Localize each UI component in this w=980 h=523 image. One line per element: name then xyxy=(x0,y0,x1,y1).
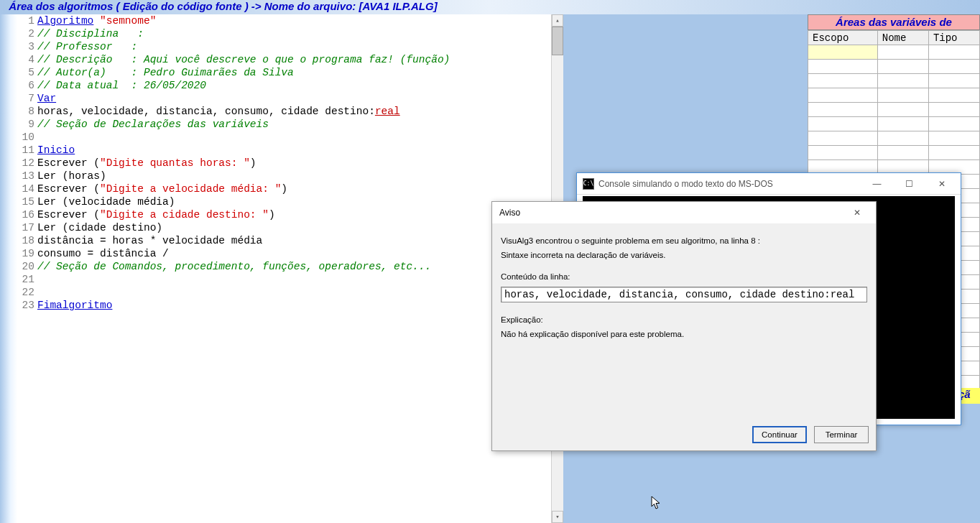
table-row[interactable] xyxy=(808,131,980,146)
table-cell[interactable] xyxy=(928,45,979,60)
code-text[interactable]: // Seção de Comandos, procedimento, funç… xyxy=(37,260,431,273)
code-line[interactable]: 19consumo = distância / xyxy=(0,247,563,260)
editor-title-bar: Área dos algoritmos ( Edição do código f… xyxy=(0,0,980,14)
code-line[interactable]: 10 xyxy=(0,131,563,144)
aviso-close-button[interactable]: ✕ xyxy=(841,203,873,223)
line-number: 18 xyxy=(0,234,37,247)
table-cell[interactable] xyxy=(928,146,979,160)
code-text[interactable]: horas, velocidade, distancia, consumo, c… xyxy=(37,105,400,118)
code-text[interactable]: Escrever ("Digite a velocidade média: ") xyxy=(37,182,287,195)
variables-panel-title: Áreas das variáveis de xyxy=(808,14,980,30)
code-text[interactable]: // Seção de Declarações das variáveis xyxy=(37,118,269,131)
code-text[interactable]: Var xyxy=(37,92,56,105)
code-text[interactable]: // Data atual : 26/05/2020 xyxy=(37,79,206,92)
table-cell[interactable] xyxy=(808,74,878,88)
line-number: 8 xyxy=(0,105,37,118)
table-cell[interactable] xyxy=(877,74,928,88)
mouse-cursor-icon xyxy=(651,496,661,510)
table-cell[interactable] xyxy=(877,117,928,131)
table-cell[interactable] xyxy=(877,60,928,74)
table-cell[interactable] xyxy=(877,131,928,146)
table-cell[interactable] xyxy=(808,117,878,131)
table-cell[interactable] xyxy=(928,88,979,103)
table-cell[interactable] xyxy=(877,103,928,117)
code-line[interactable]: 1Algoritmo "semnome" xyxy=(0,14,563,27)
code-text[interactable]: Algoritmo "semnome" xyxy=(37,14,156,27)
line-number: 15 xyxy=(0,195,37,208)
aviso-explicacao-label: Explicação: xyxy=(501,315,867,324)
code-text[interactable]: Ler (horas) xyxy=(37,170,106,182)
code-line[interactable]: 22 xyxy=(0,286,563,299)
scroll-down-button[interactable]: ▾ xyxy=(552,511,563,523)
code-text[interactable]: Ler (cidade destino) xyxy=(37,221,162,234)
code-line[interactable]: 15Ler (velocidade média) xyxy=(0,195,563,208)
line-number: 17 xyxy=(0,221,37,234)
console-icon: C:\ xyxy=(583,178,594,190)
code-line[interactable]: 6// Data atual : 26/05/2020 xyxy=(0,79,563,92)
line-number: 1 xyxy=(0,14,37,27)
table-cell[interactable] xyxy=(877,146,928,160)
maximize-button[interactable]: ☐ xyxy=(893,174,925,194)
code-line[interactable]: 21 xyxy=(0,273,563,286)
code-editor-panel[interactable]: 1Algoritmo "semnome"2// Disciplina :3// … xyxy=(0,14,563,523)
code-text[interactable]: // Descrição : Aqui você descreve o que … xyxy=(37,53,450,66)
code-text[interactable]: // Professor : xyxy=(37,40,137,53)
code-text[interactable]: Escrever ("Digite quantas horas: ") xyxy=(37,157,256,170)
code-line[interactable]: 11Inicio xyxy=(0,144,563,157)
table-cell[interactable] xyxy=(808,45,878,60)
code-line[interactable]: 23Fimalgoritmo xyxy=(0,299,563,312)
table-cell[interactable] xyxy=(877,88,928,103)
minimize-button[interactable]: — xyxy=(861,174,893,194)
table-row[interactable] xyxy=(808,45,980,60)
code-line[interactable]: 14Escrever ("Digite a velocidade média: … xyxy=(0,182,563,195)
code-line[interactable]: 12Escrever ("Digite quantas horas: ") xyxy=(0,157,563,170)
table-cell[interactable] xyxy=(808,146,878,160)
table-cell[interactable] xyxy=(928,60,979,74)
line-number: 19 xyxy=(0,247,37,260)
code-line[interactable]: 13Ler (horas) xyxy=(0,170,563,182)
close-button[interactable]: ✕ xyxy=(925,174,958,194)
table-cell[interactable] xyxy=(928,131,979,146)
table-row[interactable] xyxy=(808,74,980,88)
table-cell[interactable] xyxy=(928,103,979,117)
table-cell[interactable] xyxy=(928,117,979,131)
col-nome[interactable]: Nome xyxy=(877,31,928,45)
table-row[interactable] xyxy=(808,103,980,117)
code-line[interactable]: 9// Seção de Declarações das variáveis xyxy=(0,118,563,131)
table-row[interactable] xyxy=(808,146,980,160)
continue-button[interactable]: Continuar xyxy=(752,426,807,443)
table-row[interactable] xyxy=(808,88,980,103)
col-escopo[interactable]: Escopo xyxy=(808,31,878,45)
code-line[interactable]: 17Ler (cidade destino) xyxy=(0,221,563,234)
table-cell[interactable] xyxy=(928,74,979,88)
col-tipo[interactable]: Tipo xyxy=(928,31,979,45)
code-text[interactable]: Ler (velocidade média) xyxy=(37,195,175,208)
table-cell[interactable] xyxy=(808,103,878,117)
table-row[interactable] xyxy=(808,60,980,74)
code-line[interactable]: 18distância = horas * velocidade média xyxy=(0,234,563,247)
code-line[interactable]: 2// Disciplina : xyxy=(0,27,563,40)
table-row[interactable] xyxy=(808,117,980,131)
terminate-button[interactable]: Terminar xyxy=(814,426,869,443)
code-text[interactable]: Fimalgoritmo xyxy=(37,299,112,312)
code-line[interactable]: 20// Seção de Comandos, procedimento, fu… xyxy=(0,260,563,273)
code-text[interactable]: Inicio xyxy=(37,144,75,157)
table-cell[interactable] xyxy=(877,45,928,60)
table-cell[interactable] xyxy=(808,60,878,74)
code-text[interactable]: // Autor(a) : Pedro Guimarães da Silva xyxy=(37,66,294,79)
code-line[interactable]: 7Var xyxy=(0,92,563,105)
console-titlebar[interactable]: C:\ Console simulando o modo texto do MS… xyxy=(577,173,961,195)
line-number: 7 xyxy=(0,92,37,105)
code-line[interactable]: 8horas, velocidade, distancia, consumo, … xyxy=(0,105,563,118)
code-line[interactable]: 4// Descrição : Aqui você descreve o que… xyxy=(0,53,563,66)
table-cell[interactable] xyxy=(808,88,878,103)
line-number: 21 xyxy=(0,273,37,286)
table-cell[interactable] xyxy=(808,131,878,146)
code-line[interactable]: 3// Professor : xyxy=(0,40,563,53)
code-text[interactable]: distância = horas * velocidade média xyxy=(37,234,262,247)
code-text[interactable]: Escrever ("Digite a cidade destino: ") xyxy=(37,208,275,221)
code-text[interactable]: // Disciplina : xyxy=(37,27,144,40)
code-line[interactable]: 16Escrever ("Digite a cidade destino: ") xyxy=(0,208,563,221)
code-text[interactable]: consumo = distância / xyxy=(37,247,169,260)
code-line[interactable]: 5// Autor(a) : Pedro Guimarães da Silva xyxy=(0,66,563,79)
